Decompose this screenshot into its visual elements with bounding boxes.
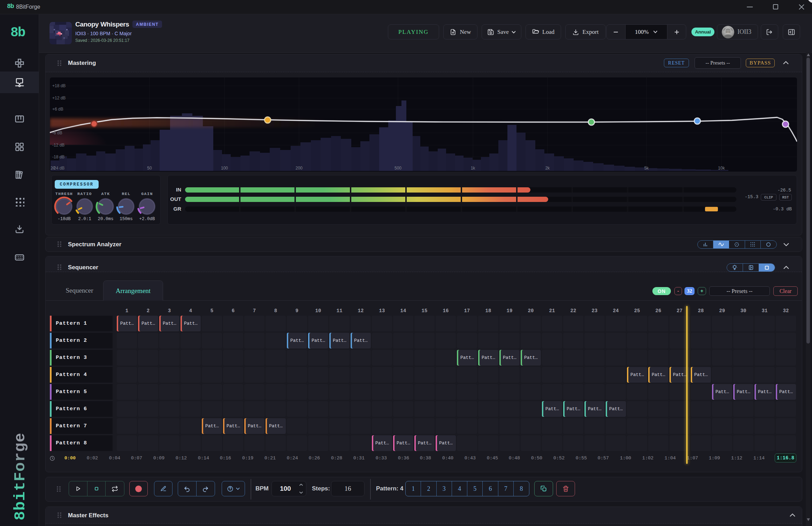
svg-text:50: 50 (147, 166, 152, 171)
svg-text:200: 200 (296, 166, 302, 171)
svg-text:+12 dB: +12 dB (52, 96, 66, 100)
svg-text:100: 100 (221, 166, 228, 171)
svg-text:1k: 1k (471, 166, 476, 171)
svg-text:10k: 10k (718, 166, 725, 171)
svg-text:+6 dB: +6 dB (52, 107, 63, 112)
svg-text:5k: 5k (644, 166, 649, 171)
svg-text:+18 dB: +18 dB (52, 83, 66, 88)
svg-text:-6 dB: -6 dB (52, 130, 62, 135)
svg-text:-18 dB: -18 dB (52, 155, 64, 159)
svg-text:20: 20 (51, 166, 55, 171)
svg-text:500: 500 (394, 166, 401, 171)
svg-text:2k: 2k (545, 166, 550, 171)
svg-text:-12 dB: -12 dB (52, 143, 64, 148)
